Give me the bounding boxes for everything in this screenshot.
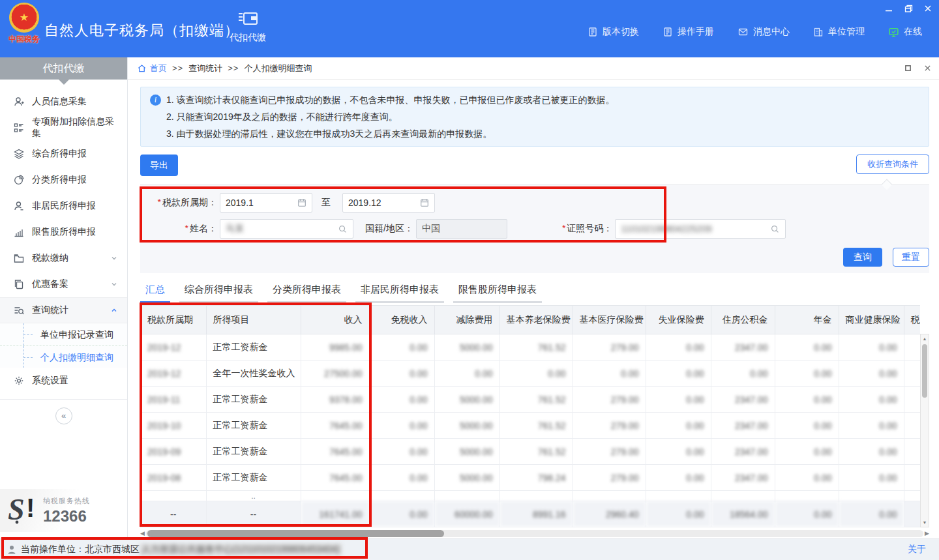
menu-version-switch[interactable]: 版本切换: [588, 26, 639, 38]
sidebar-item-special-deduction[interactable]: 专项附加扣除信息采集: [0, 115, 127, 141]
col-income-item[interactable]: 所得项目: [206, 306, 301, 334]
period-label: *税款所属期：: [140, 197, 217, 209]
sidebar-item-preference-filing[interactable]: 优惠备案: [0, 271, 127, 297]
sidebar-item-label: 专项附加扣除信息采集: [32, 116, 118, 140]
sidebar-item-comprehensive-income[interactable]: 综合所得申报: [0, 141, 127, 167]
about-link[interactable]: 关于: [908, 544, 926, 555]
breadcrumb: 首页 >> 查询统计 >> 个人扣缴明细查询: [128, 57, 939, 80]
search-button[interactable]: 查询: [843, 248, 882, 267]
col-unemployment-insurance[interactable]: 失业保险费: [646, 306, 711, 334]
current-unit-label: 当前操作单位：: [21, 544, 85, 555]
collapse-query-button[interactable]: 收折查询条件: [856, 155, 929, 174]
hotline-label: 纳税服务热线: [43, 496, 90, 506]
col-annuity[interactable]: 年金: [775, 306, 839, 334]
vertical-scrollbar[interactable]: ▲ ▼: [920, 334, 929, 527]
value-cell: 0.00: [839, 334, 904, 361]
table-row[interactable]: 2019-09正常工资薪金7645.000.005000.00761.52279…: [141, 439, 920, 465]
col-commercial-health[interactable]: 商业健康保险: [839, 306, 904, 334]
sidebar-subitem-unit-declaration-query[interactable]: 单位申报记录查询: [0, 323, 127, 346]
query-panel: *税款所属期： 2019.1 至 2019.12 *姓名：: [140, 184, 929, 273]
col-clipped[interactable]: 税: [904, 306, 920, 334]
period-to-value: 2019.12: [348, 198, 420, 208]
tab-nonresident-income[interactable]: 非居民所得申报表: [355, 280, 444, 303]
value-cell: 0.00: [434, 361, 499, 387]
tab-withholding[interactable]: 代扣代缴: [227, 9, 269, 44]
sidebar-item-system-settings[interactable]: 系统设置: [0, 368, 127, 394]
status-bar: 当前操作单位： 北京市西城区 人力资源公共服务中心(12110102199806…: [0, 538, 939, 560]
export-button[interactable]: 导出: [140, 155, 178, 176]
table-row[interactable]: 2019-08正常工资薪金7645.000.005000.00798.24279…: [141, 465, 920, 491]
scroll-left-icon[interactable]: ◀: [140, 530, 145, 537]
menu-message-center-label: 消息中心: [753, 26, 790, 38]
sidebar-collapse-button[interactable]: «: [55, 407, 72, 424]
reset-button[interactable]: 重置: [893, 248, 929, 267]
tab-comprehensive-income[interactable]: 综合所得申报表: [179, 280, 258, 303]
col-pension-insurance[interactable]: 基本养老保险费: [499, 306, 573, 334]
main-panel: 首页 >> 查询统计 >> 个人扣缴明细查询 i 1. 该查询统计表仅能查询已申…: [128, 57, 939, 538]
breadcrumb-home-label: 首页: [150, 63, 167, 74]
value-cell: 0.00: [369, 413, 434, 439]
scroll-right-icon[interactable]: ▶: [925, 530, 929, 537]
name-input[interactable]: 马某: [220, 219, 353, 239]
sidebar-item-classified-income[interactable]: 分类所得申报: [0, 167, 127, 193]
sidebar-subitem-personal-withholding-query[interactable]: 个人扣缴明细查询: [0, 346, 127, 368]
online-status[interactable]: 在线: [888, 26, 922, 38]
col-housing-fund[interactable]: 住房公积金: [711, 306, 775, 334]
value-cell: 0.00: [839, 387, 904, 413]
close-icon[interactable]: [923, 4, 932, 13]
tab-summary[interactable]: 汇总: [140, 280, 170, 303]
col-tax-period[interactable]: 税款所属期: [141, 306, 206, 334]
horizontal-scrollbar[interactable]: ◀ ▶: [140, 529, 929, 538]
period-to-input[interactable]: 2019.12: [342, 193, 435, 213]
tab-classified-income[interactable]: 分类所得申报表: [267, 280, 346, 303]
value-cell: 7645.00: [301, 439, 369, 465]
minimize-icon[interactable]: [884, 4, 893, 13]
period-from-input[interactable]: 2019.1: [220, 193, 312, 213]
value-cell: 2347.00: [711, 465, 775, 491]
panel-maximize-icon[interactable]: [904, 65, 912, 72]
table-row[interactable]: 2019-12正常工资薪金9985.000.005000.00761.52279…: [141, 334, 920, 361]
table-row[interactable]: 2019-10正常工资薪金7645.000.005000.00761.52279…: [141, 413, 920, 439]
id-number-input[interactable]: 110102199804225209: [615, 219, 786, 239]
sidebar-item-nonresident-income[interactable]: 非居民所得申报: [0, 193, 127, 219]
sidebar-item-personnel-info[interactable]: 人员信息采集: [0, 89, 127, 115]
scroll-up-icon[interactable]: ▲: [921, 336, 929, 341]
clipped-cell: [904, 361, 920, 387]
sidebar-item-restricted-shares[interactable]: 限售股所得申报: [0, 219, 127, 245]
col-medical-insurance[interactable]: 基本医疗保险费: [573, 306, 646, 334]
gear-icon: [13, 375, 25, 387]
value-cell: 0.00: [646, 387, 711, 413]
col-deduction-expense[interactable]: 减除费用: [434, 306, 499, 334]
clipped-cell: [904, 413, 920, 439]
breadcrumb-home[interactable]: 首页: [137, 63, 167, 74]
required-mark: *: [562, 223, 565, 233]
value-cell: 27500.00: [301, 361, 369, 387]
table-row[interactable]: 2019-12全年一次性奖金收入27500.000.000.000.000.00…: [141, 361, 920, 387]
sidebar-item-query-statistics[interactable]: 查询统计: [0, 297, 127, 323]
value-cell: 0.00: [775, 413, 839, 439]
sidebar-item-tax-payment[interactable]: 税款缴纳: [0, 245, 127, 271]
value-cell: 60000.00: [434, 501, 499, 527]
restore-icon[interactable]: [904, 4, 913, 13]
notice-line-1: 1. 该查询统计表仅能查询已申报成功的数据，不包含未申报、申报失败，已申报但已作…: [166, 91, 615, 108]
table-row[interactable]: 2019-11正常工资薪金9378.000.005000.00761.52279…: [141, 387, 920, 413]
value-cell: 5000.00: [434, 334, 499, 361]
tab-restricted-shares[interactable]: 限售股所得申报表: [453, 280, 542, 303]
value-cell: 761.52: [499, 439, 573, 465]
col-income[interactable]: 收入: [301, 306, 369, 334]
value-cell: 2347.00: [711, 387, 775, 413]
horizontal-scrollbar-thumb[interactable]: [147, 530, 444, 537]
breadcrumb-level1[interactable]: 查询统计: [188, 63, 222, 74]
menu-version-switch-label: 版本切换: [603, 26, 639, 38]
menu-manual[interactable]: 操作手册: [663, 26, 714, 38]
item-cell: 正常工资薪金: [206, 334, 301, 361]
value-cell: [369, 491, 434, 501]
panel-close-icon[interactable]: [923, 65, 931, 72]
value-cell: 0.00: [775, 439, 839, 465]
vertical-scrollbar-thumb[interactable]: [922, 344, 927, 398]
col-tax-free-income[interactable]: 免税收入: [369, 306, 434, 334]
scroll-down-icon[interactable]: ▼: [921, 520, 929, 525]
value-cell: 0.00: [646, 501, 711, 527]
menu-message-center[interactable]: 消息中心: [738, 26, 790, 38]
menu-unit-management[interactable]: 单位管理: [813, 26, 865, 38]
